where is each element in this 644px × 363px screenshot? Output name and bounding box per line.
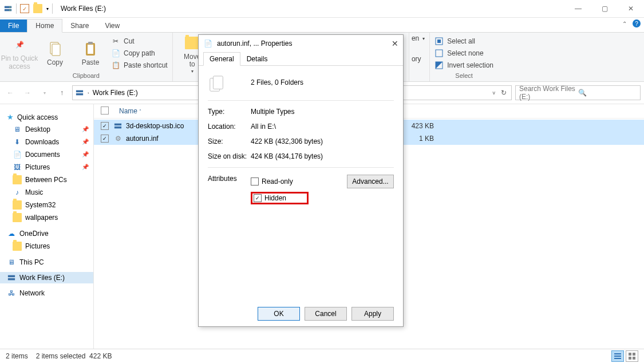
inf-icon: ⚙ (113, 134, 123, 143)
nav-back-button[interactable]: ← (3, 86, 17, 100)
chevron-right-icon[interactable]: › (88, 90, 89, 96)
svg-rect-25 (633, 357, 635, 360)
svg-rect-19 (614, 353, 621, 354)
window-title: Work Files (E:) (56, 5, 110, 13)
qat-new-folder-icon[interactable] (33, 3, 43, 14)
select-all-button[interactable]: Select all (433, 36, 495, 46)
dialog-tab-details[interactable]: Details (240, 52, 274, 66)
history-partial[interactable]: ory (410, 54, 422, 64)
pin-icon: 📌 (82, 151, 89, 157)
nav-forward-button[interactable]: → (21, 86, 34, 100)
ribbon-tabs: File Home Share View ⌃ ? (0, 18, 644, 33)
copy-path-button[interactable]: 📄Copy path (110, 48, 169, 58)
select-all-checkbox[interactable] (101, 106, 110, 116)
sidebar-work-files[interactable]: Work Files (E:) (0, 272, 93, 283)
refresh-icon[interactable]: ↻ (499, 89, 509, 97)
tab-share[interactable]: Share (62, 19, 97, 32)
dialog-tabs: General Details (199, 52, 403, 66)
svg-rect-23 (633, 353, 635, 356)
pin-to-quick-access-button[interactable]: 📌 Pin to Quick access (3, 35, 35, 70)
dialog-close-button[interactable]: ✕ (392, 39, 398, 48)
apply-button[interactable]: Apply (351, 307, 394, 321)
nav-up-button[interactable]: ↑ (55, 86, 69, 100)
sidebar-network[interactable]: 🖧Network (0, 287, 93, 299)
maximize-button[interactable]: ▢ (591, 0, 618, 17)
select-none-icon (434, 49, 444, 58)
desktop-icon: 🖥 (13, 125, 22, 134)
scissors-icon: ✂ (111, 37, 120, 46)
open-partial[interactable]: en ▾ (410, 34, 426, 43)
sidebar-desktop[interactable]: 🖥Desktop📌 (0, 123, 93, 136)
status-bar: 2 items 2 items selected 422 KB (0, 349, 644, 363)
tab-file[interactable]: File (0, 19, 27, 32)
documents-icon: 📄 (13, 150, 22, 159)
tab-view[interactable]: View (97, 19, 128, 32)
status-selection: 2 items selected 422 KB (36, 352, 112, 360)
view-details-button[interactable] (611, 350, 624, 362)
search-input[interactable]: Search Work Files (E:) 🔍 (515, 85, 641, 100)
select-none-button[interactable]: Select none (433, 48, 495, 58)
readonly-checkbox[interactable]: Read-only (251, 177, 293, 186)
help-icon[interactable]: ? (633, 19, 641, 27)
ribbon-help: ⌃ ? (622, 19, 641, 27)
invert-selection-button[interactable]: Invert selection (433, 60, 495, 70)
invert-selection-icon (434, 61, 444, 70)
svg-rect-8 (88, 42, 93, 44)
sidebar-system32[interactable]: System32 (0, 199, 93, 211)
dialog-titlebar[interactable]: 📄 autorun.inf, ... Properties ✕ (199, 35, 403, 52)
dialog-app-icon: 📄 (203, 39, 212, 48)
nav-recent-button[interactable]: ▾ (38, 86, 52, 100)
sidebar-quick-access[interactable]: ★Quick access (0, 111, 93, 123)
sidebar-onedrive-pictures[interactable]: Pictures (0, 240, 93, 252)
ribbon-group-select: Select all Select none Invert selection … (430, 33, 498, 81)
tab-home[interactable]: Home (27, 19, 62, 33)
sidebar-this-pc[interactable]: 🖥This PC (0, 256, 93, 269)
ok-button[interactable]: OK (258, 307, 300, 321)
pin-icon: 📌 (82, 139, 89, 145)
quick-access-toolbar: ✓ ▾ (0, 3, 56, 14)
sidebar-wallpapers[interactable]: wallpapers (0, 211, 93, 224)
qat-customize-icon[interactable]: ▾ (46, 6, 49, 11)
dialog-footer: OK Cancel Apply (199, 307, 403, 321)
svg-rect-17 (114, 124, 121, 126)
cut-button[interactable]: ✂Cut (110, 36, 169, 46)
svg-point-3 (10, 10, 11, 11)
label-type: Type: (208, 108, 251, 116)
sort-asc-icon: ˄ (139, 109, 141, 114)
cancel-button[interactable]: Cancel (305, 307, 347, 321)
breadcrumb-segment[interactable]: Work Files (E:) (93, 89, 138, 97)
multiple-files-icon (208, 75, 226, 93)
dialog-summary-row: 2 Files, 0 Folders (208, 72, 394, 97)
copy-path-icon: 📄 (111, 49, 120, 58)
hidden-checkbox[interactable]: ✓Hidden (254, 194, 286, 202)
file-size: 423 KB (400, 122, 434, 130)
sidebar-between-pcs[interactable]: Between PCs (0, 173, 93, 186)
qat-properties-icon[interactable]: ✓ (20, 4, 29, 13)
sidebar-pictures[interactable]: 🖼Pictures📌 (0, 161, 93, 173)
navigation-pane: ★Quick access 🖥Desktop📌 ⬇Downloads📌 📄Doc… (0, 104, 94, 350)
sidebar-downloads[interactable]: ⬇Downloads📌 (0, 136, 93, 148)
sidebar-music[interactable]: ♪Music (0, 186, 93, 199)
folder-icon (13, 242, 22, 251)
svg-rect-5 (52, 44, 60, 56)
copy-button[interactable]: Copy (39, 40, 71, 66)
paste-button[interactable]: Paste (74, 40, 106, 66)
paste-shortcut-icon: 📋 (111, 61, 120, 70)
dialog-tab-general[interactable]: General (203, 52, 240, 66)
paste-icon (81, 40, 100, 58)
paste-shortcut-button[interactable]: 📋Paste shortcut (110, 60, 169, 70)
row-checkbox[interactable]: ✓ (101, 122, 109, 130)
downloads-icon: ⬇ (13, 137, 22, 147)
advanced-button[interactable]: Advanced... (347, 175, 394, 188)
svg-point-2 (10, 7, 11, 8)
view-large-icons-button[interactable] (626, 350, 638, 362)
row-checkbox[interactable]: ✓ (101, 135, 109, 143)
close-button[interactable]: ✕ (618, 0, 644, 17)
minimize-button[interactable]: — (565, 0, 591, 17)
sidebar-onedrive[interactable]: ☁OneDrive (0, 227, 93, 240)
star-icon: ★ (7, 113, 14, 121)
sidebar-documents[interactable]: 📄Documents📌 (0, 148, 93, 161)
column-name[interactable]: Name ˄ (114, 107, 146, 115)
address-dropdown-icon[interactable]: v (491, 90, 498, 96)
ribbon-collapse-icon[interactable]: ⌃ (622, 21, 627, 27)
